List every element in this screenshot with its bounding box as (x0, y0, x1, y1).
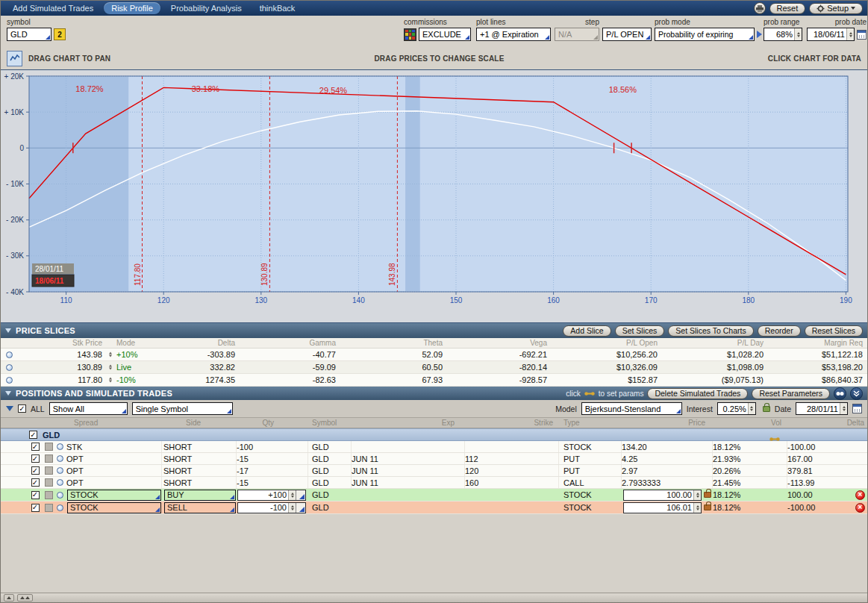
row-checkbox[interactable] (31, 504, 40, 512)
model-select[interactable]: Bjerksund-Stensland (581, 402, 682, 415)
slice-price-spinner[interactable] (109, 352, 112, 357)
qty-dropdown[interactable] (296, 490, 305, 500)
group-checkbox[interactable] (29, 431, 37, 439)
row-checkbox[interactable] (31, 491, 40, 499)
qty-dropdown[interactable] (296, 503, 305, 513)
tab-probability-analysis[interactable]: Probability Analysis (163, 2, 249, 14)
slice-price-input[interactable]: 130.89 (17, 361, 114, 373)
qty-spinner[interactable] (288, 490, 296, 500)
row-checkbox[interactable] (31, 466, 40, 475)
expand-all-button[interactable] (850, 387, 863, 400)
side-select[interactable]: BUY (164, 490, 236, 501)
slice-price-spinner[interactable] (109, 378, 112, 383)
qty-input[interactable]: -100 (237, 502, 306, 513)
slice-margin-req-value: $86,840.37 (769, 374, 868, 386)
prob-range-spinner[interactable] (794, 28, 802, 40)
slice-handle-icon[interactable] (6, 377, 13, 384)
price-input[interactable]: 106.01 (623, 502, 702, 513)
expand-arrow-icon[interactable] (757, 31, 762, 38)
tabbar-actions: Reset Setup (754, 2, 864, 14)
commissions-select[interactable]: EXCLUDE (419, 28, 471, 41)
qty-spinner[interactable] (288, 503, 296, 513)
expand-all-panels-button[interactable] (17, 594, 33, 602)
expand-panel-button[interactable] (4, 594, 14, 602)
chart-pan-tool-button[interactable] (7, 51, 22, 66)
spread-select[interactable]: STOCK (67, 490, 161, 501)
price-lock-icon[interactable] (704, 492, 711, 498)
price-value: 2.97 (622, 465, 713, 476)
delete-simulated-trades-button[interactable]: Delete Simulated Trades (647, 388, 748, 399)
slice-handle-icon[interactable] (6, 364, 13, 371)
date-spinner[interactable] (840, 403, 847, 414)
set-slices-button[interactable]: Set Slices (615, 325, 665, 337)
prob-range-input[interactable]: 68% (764, 28, 802, 41)
tab-thinkback[interactable]: thinkBack (252, 2, 303, 14)
plot-lines-select[interactable]: +1 @ Expiration (476, 28, 551, 41)
slice-mode-value[interactable]: +10% (114, 349, 156, 360)
pl-mode-select[interactable]: P/L OPEN (602, 28, 652, 41)
slice-price-input[interactable]: 117.80 (17, 374, 114, 386)
step-select[interactable]: N/A (555, 28, 599, 41)
link-group-badge[interactable]: 2 (54, 28, 66, 40)
tab-risk-profile[interactable]: Risk Profile (104, 2, 160, 14)
interest-spinner[interactable] (748, 403, 755, 414)
price-spinner[interactable] (693, 503, 701, 513)
price-spinner[interactable] (693, 490, 701, 500)
prob-mode-select[interactable]: Probability of expiring (655, 28, 755, 41)
interest-input[interactable]: 0.25% (717, 402, 756, 415)
layout-grid-icon[interactable] (404, 28, 416, 41)
side-select[interactable]: SELL (164, 502, 236, 513)
calendar-icon[interactable] (852, 404, 862, 413)
price-input[interactable]: 100.00 (623, 490, 702, 501)
row-handle[interactable] (45, 504, 53, 512)
slice-mode-value[interactable]: Live (114, 361, 156, 373)
vol-value: 21.93% (713, 453, 787, 464)
set-params-button[interactable] (769, 432, 780, 446)
collapse-positions-icon[interactable] (5, 391, 11, 396)
slice-price-input[interactable]: 143.98 (17, 349, 114, 360)
row-checkbox[interactable] (31, 454, 40, 463)
reset-parameters-button[interactable]: Reset Parameters (752, 388, 830, 399)
row-checkbox[interactable] (31, 478, 40, 487)
slice-price-spinner[interactable] (109, 365, 112, 370)
dropdown-corner-icon (299, 494, 305, 499)
symbol-group-row[interactable]: GLD (1, 428, 867, 441)
reset-button[interactable]: Reset (769, 3, 806, 14)
side-value: SHORT (162, 453, 237, 464)
reorder-button[interactable]: Reorder (758, 325, 801, 337)
all-checkbox[interactable] (18, 404, 26, 413)
slice-handle-icon[interactable] (6, 352, 13, 358)
risk-profile-chart[interactable]: + 20K+ 10K0- 10K- 20K- 30K- 40K110120130… (1, 70, 868, 324)
row-handle[interactable] (45, 466, 53, 475)
slice-mode-value[interactable]: -10% (114, 374, 156, 386)
print-button[interactable] (754, 2, 766, 14)
reset-slices-button[interactable]: Reset Slices (805, 325, 863, 337)
delete-trade-button[interactable]: × (855, 490, 865, 500)
positions-filter-row: ALL Show All Single Symbol Model Bjerksu… (1, 400, 867, 418)
show-all-select[interactable]: Show All (49, 402, 128, 415)
qty-input[interactable]: +100 (237, 490, 306, 501)
collapse-slices-icon[interactable] (5, 328, 11, 333)
collapse-filter-icon[interactable] (6, 406, 13, 411)
prob-date-group: prob date 18/06/11 (807, 18, 867, 41)
delete-trade-button[interactable]: × (855, 503, 865, 513)
add-slice-button[interactable]: Add Slice (563, 325, 611, 337)
prob-date-input[interactable]: 18/06/11 (807, 28, 855, 41)
price-lock-icon[interactable] (704, 504, 711, 510)
spread-select[interactable]: STOCK (67, 502, 161, 513)
set-slices-to-charts-button[interactable]: Set Slices To Charts (668, 325, 753, 337)
date-input[interactable]: 28/01/11 (796, 402, 848, 415)
row-handle[interactable] (45, 454, 53, 463)
setup-button[interactable]: Setup (809, 3, 863, 14)
symbol-input[interactable]: GLD (7, 28, 51, 41)
row-handle[interactable] (45, 443, 53, 451)
row-handle[interactable] (45, 478, 53, 487)
symbol-filter-select[interactable]: Single Symbol (132, 402, 233, 415)
interest-lock-icon[interactable] (763, 406, 770, 412)
search-positions-button[interactable] (834, 387, 846, 400)
row-handle[interactable] (45, 491, 53, 499)
row-checkbox[interactable] (31, 443, 40, 451)
tab-add-simulated-trades[interactable]: Add Simulated Trades (5, 2, 101, 14)
prob-date-spinner[interactable] (846, 28, 854, 40)
calendar-icon[interactable] (857, 30, 867, 40)
